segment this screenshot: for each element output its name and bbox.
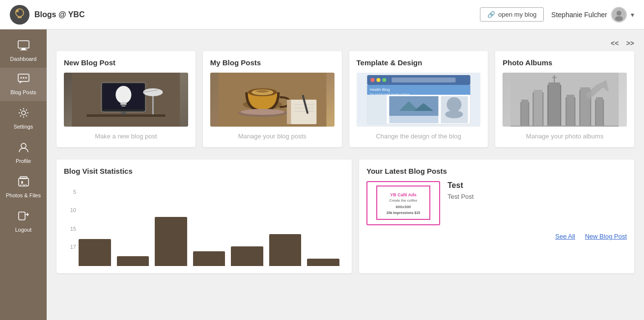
sidebar-item-logout[interactable]: Logout [0,204,47,239]
svg-point-23 [115,86,131,104]
svg-point-61 [447,97,461,112]
latest-card: Your Latest Blog Posts YB Café Ads Creat… [359,160,634,273]
card-image-template: Health Blog The multiple health benefits… [357,73,481,127]
new-blog-post-card[interactable]: New Blog Post [56,51,196,147]
svg-rect-9 [20,50,27,51]
open-blog-button[interactable]: 🔗 open my blog [480,7,544,22]
user-name: Stephanie Fulcher [551,11,607,19]
svg-rect-32 [86,114,165,117]
new-blog-post-link[interactable]: New Blog Post [585,233,627,240]
next-arrow[interactable]: >> [626,39,634,47]
ad-logo: YB Café Ads Create the coffee 600x300 20… [376,186,430,221]
logo-icon [10,5,29,25]
svg-rect-2 [18,17,22,18]
sidebar-item-label: Settings [14,124,33,130]
card-description: Manage your blog posts [210,133,335,140]
prev-arrow[interactable]: << [611,39,618,47]
card-title: Photo Albums [503,58,627,67]
post-title: Test [448,181,627,190]
site-title: Blogs @ YBC [34,10,84,19]
user-info: Stephanie Fulcher ▾ [551,7,634,23]
my-blog-posts-card[interactable]: My Blog Posts [203,51,342,147]
main-content: << >> New Blog Post [47,29,644,320]
gear-icon [18,107,29,122]
sidebar-item-label: Logout [15,227,32,233]
latest-links: See All New Blog Post [366,233,627,240]
monitor-icon [18,40,29,54]
navigation-arrows: << >> [56,39,634,47]
card-title: New Blog Post [64,58,188,67]
svg-rect-55 [367,95,387,124]
sidebar-item-photos-files[interactable]: Photos & Files [0,170,47,204]
svg-point-11 [20,77,22,79]
card-image-blog-posts [210,73,335,127]
svg-rect-80 [376,186,430,220]
svg-point-48 [370,78,374,82]
card-title: Template & Design [357,58,481,67]
photos-icon [18,176,29,190]
svg-rect-39 [287,100,316,124]
svg-point-50 [382,78,386,82]
profile-icon [18,141,29,156]
card-description: Make a new blog post [64,133,188,140]
latest-post: YB Café Ads Create the coffee 600x300 20… [366,181,627,225]
stats-title: Blog Visit Statistics [64,167,344,175]
svg-text:Health Blog: Health Blog [369,87,390,92]
svg-point-49 [376,78,380,82]
svg-rect-7 [18,41,29,48]
svg-text:20k Impressions $15: 20k Impressions $15 [387,211,420,215]
sidebar-item-dashboard[interactable]: Dashboard [0,34,47,68]
chart-container: 17 15 10 5 [64,183,344,266]
sidebar-item-blog-posts[interactable]: Blog Posts [0,68,47,101]
dropdown-arrow[interactable]: ▾ [631,11,634,19]
svg-text:600x300: 600x300 [395,205,411,209]
avatar [611,7,627,23]
bar-7 [307,259,339,266]
chart-bars [79,183,339,266]
post-info: Test Test Post [448,181,627,200]
card-image-photo-albums [503,73,627,127]
bar-4 [193,251,225,266]
card-title: My Blog Posts [210,58,335,67]
template-design-card[interactable]: Template & Design Health [349,51,488,147]
post-subtitle: Test Post [448,193,627,200]
svg-rect-73 [567,95,575,127]
chart-y-labels: 17 15 10 5 [64,183,76,256]
svg-point-6 [615,16,623,21]
sidebar-item-label: Photos & Files [6,192,41,198]
sidebar-item-label: Blog Posts [10,89,36,95]
svg-point-5 [616,11,621,16]
svg-rect-77 [596,97,603,127]
stats-card: Blog Visit Statistics 17 15 10 5 [56,160,352,273]
svg-rect-17 [20,177,27,179]
bar-3 [155,217,187,266]
svg-rect-79 [511,126,619,127]
latest-title: Your Latest Blog Posts [366,167,627,175]
svg-point-12 [23,77,24,79]
cards-row: New Blog Post [56,51,634,147]
logout-icon [18,210,29,225]
svg-rect-67 [534,90,543,127]
svg-point-3 [16,9,19,12]
card-description: Change the design of the blog [357,133,481,140]
sidebar-item-label: Dashboard [10,56,37,62]
sidebar-item-profile[interactable]: Profile [0,135,47,170]
y-label: 10 [64,207,76,213]
sidebar-item-label: Profile [16,158,31,164]
ad-content: YB Café Ads Create the coffee 600x300 20… [376,186,430,221]
card-description: Manage your photo albums [503,133,627,140]
y-label: 15 [64,226,76,232]
svg-rect-65 [522,100,529,127]
sidebar: Dashboard Blog Posts Settin [0,29,47,320]
see-all-link[interactable]: See All [555,233,575,240]
svg-rect-69 [549,82,560,127]
bar-2 [117,256,149,266]
y-label: 5 [64,189,76,195]
bar-1 [79,239,111,266]
photo-albums-card[interactable]: Photo Albums [495,51,634,147]
svg-point-38 [240,109,284,115]
sidebar-item-settings[interactable]: Settings [0,101,47,135]
svg-rect-19 [19,212,25,220]
svg-point-14 [22,111,26,115]
svg-rect-40 [287,100,291,124]
